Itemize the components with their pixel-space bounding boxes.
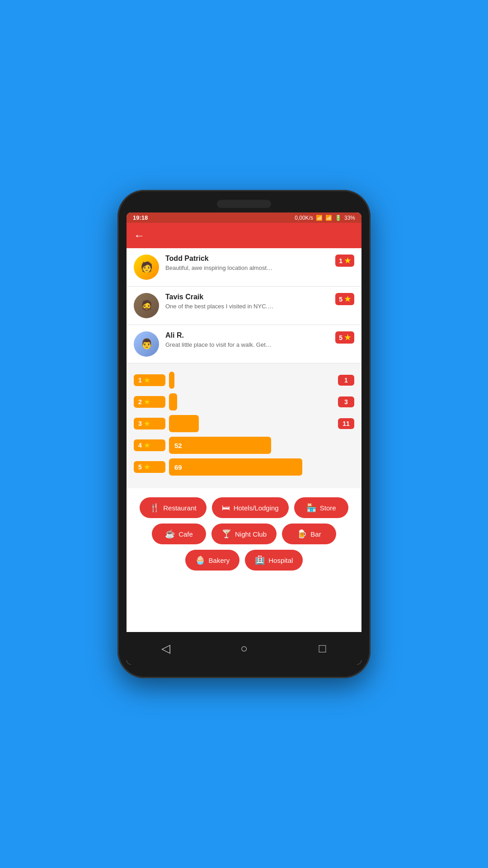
nav-back-button[interactable]: ◁ <box>152 635 179 662</box>
rating-bars-section: 1★12★33★114★525★69 <box>127 363 361 488</box>
category-btn-hotels-lodging[interactable]: 🛏Hotels/Lodging <box>212 497 289 518</box>
category-btn-restaurant[interactable]: 🍴Restaurant <box>140 497 206 518</box>
bar-fill-container-1 <box>169 393 334 410</box>
bar-fill-3: 52 <box>169 437 271 454</box>
review-snippet-2: Great little place to visit for a walk. … <box>165 341 329 348</box>
avatar-2: 👨 <box>134 331 159 357</box>
review-snippet-0: Beautiful, awe inspiring location almost… <box>165 264 329 271</box>
bar-label-4: 5★ <box>134 461 165 473</box>
star-icon-2: ★ <box>344 333 351 342</box>
nav-home-button[interactable]: ○ <box>230 635 258 662</box>
bar-count-1: 3 <box>338 396 354 407</box>
toolbar: ← <box>127 223 361 248</box>
cat-icon-2: 🏪 <box>306 503 316 513</box>
review-name-1: Tavis Craik <box>165 293 329 301</box>
wifi-icon: 📶 <box>316 215 323 221</box>
cat-label-3: Cafe <box>178 530 193 538</box>
cat-label-5: Bar <box>310 530 321 538</box>
review-snippet-1: One of the best places I visited in NYC.… <box>165 303 329 310</box>
content-area: 🧑 Todd Patrick Beautiful, awe inspiring … <box>127 248 361 632</box>
bar-fill-container-4: 69 <box>169 458 354 476</box>
status-network: 0,00K/s <box>295 215 313 221</box>
phone-speaker <box>217 200 271 208</box>
cat-icon-0: 🍴 <box>150 503 160 513</box>
rating-badge-1: 5 ★ <box>335 293 354 305</box>
review-item-0: 🧑 Todd Patrick Beautiful, awe inspiring … <box>127 248 361 287</box>
review-item-1: 🧔 Tavis Craik One of the best places I v… <box>127 287 361 325</box>
bar-row-4: 5★69 <box>134 458 354 476</box>
bottom-nav: ◁ ○ □ <box>127 632 361 665</box>
bar-row-3: 4★52 <box>134 437 354 454</box>
bar-count-2: 11 <box>338 418 354 429</box>
bar-fill-4: 69 <box>169 458 302 476</box>
bar-count-0: 1 <box>338 375 354 386</box>
bar-row-2: 3★11 <box>134 415 354 432</box>
review-name-0: Todd Patrick <box>165 255 329 263</box>
bar-row-0: 1★1 <box>134 372 354 389</box>
phone-bottom <box>117 665 371 678</box>
avatar-1: 🧔 <box>134 293 159 318</box>
star-icon: ★ <box>144 377 150 384</box>
category-btn-cafe[interactable]: ☕Cafe <box>152 524 206 544</box>
reviews-list: 🧑 Todd Patrick Beautiful, awe inspiring … <box>127 248 361 363</box>
category-btn-hospital[interactable]: 🏥Hospital <box>245 550 303 571</box>
bar-fill-container-0 <box>169 372 334 389</box>
category-btn-night-club[interactable]: 🍸Night Club <box>211 524 277 544</box>
cat-label-2: Store <box>320 504 336 512</box>
back-button[interactable]: ← <box>134 229 145 242</box>
cat-label-4: Night Club <box>235 530 267 538</box>
bar-fill-container-2 <box>169 415 334 432</box>
category-btn-store[interactable]: 🏪Store <box>294 497 348 518</box>
bar-row-1: 2★3 <box>134 393 354 410</box>
battery-icon: 🔋 <box>335 215 342 221</box>
star-icon-1: ★ <box>344 295 351 303</box>
nav-recent-button[interactable]: □ <box>309 635 336 662</box>
review-name-2: Ali R. <box>165 331 329 340</box>
cat-icon-5: 🍺 <box>297 529 307 539</box>
category-btn-bakery[interactable]: 🧁Bakery <box>185 550 240 571</box>
star-icon: ★ <box>144 442 150 449</box>
bar-label-0: 1★ <box>134 374 165 386</box>
cat-icon-1: 🛏 <box>222 503 230 513</box>
rating-badge-0: 1 ★ <box>335 255 354 267</box>
bar-fill-1 <box>169 393 177 410</box>
status-time: 19:18 <box>133 214 148 221</box>
review-item-2: 👨 Ali R. Great little place to visit for… <box>127 325 361 363</box>
star-icon: ★ <box>144 420 150 427</box>
cat-label-6: Bakery <box>209 557 230 564</box>
rating-badge-2: 5 ★ <box>335 331 354 344</box>
bar-fill-0 <box>169 372 174 389</box>
categories-section: 🍴Restaurant🛏Hotels/Lodging🏪Store☕Cafe🍸Ni… <box>127 488 361 580</box>
bar-label-1: 2★ <box>134 396 165 408</box>
cat-icon-4: 🍸 <box>221 529 231 539</box>
bar-label-2: 3★ <box>134 418 165 429</box>
star-icon: ★ <box>144 398 150 406</box>
cat-icon-3: ☕ <box>165 529 175 539</box>
cat-label-7: Hospital <box>268 557 293 564</box>
cat-icon-7: 🏥 <box>255 555 265 565</box>
signal-icon: 📶 <box>325 215 332 221</box>
bar-fill-2 <box>169 415 199 432</box>
star-icon-0: ★ <box>344 256 351 265</box>
status-bar: 19:18 0,00K/s 📶 📶 🔋 33% <box>127 212 361 223</box>
star-icon: ★ <box>144 463 150 471</box>
category-btn-bar[interactable]: 🍺Bar <box>282 524 336 544</box>
bar-fill-container-3: 52 <box>169 437 354 454</box>
phone-screen: 19:18 0,00K/s 📶 📶 🔋 33% ← 🧑 Todd Patrick <box>127 212 361 665</box>
cat-icon-6: 🧁 <box>195 555 205 565</box>
bar-label-3: 4★ <box>134 439 165 451</box>
status-battery: 33% <box>344 215 355 221</box>
cat-label-1: Hotels/Lodging <box>234 504 279 512</box>
avatar-0: 🧑 <box>134 255 159 280</box>
cat-label-0: Restaurant <box>163 504 196 512</box>
